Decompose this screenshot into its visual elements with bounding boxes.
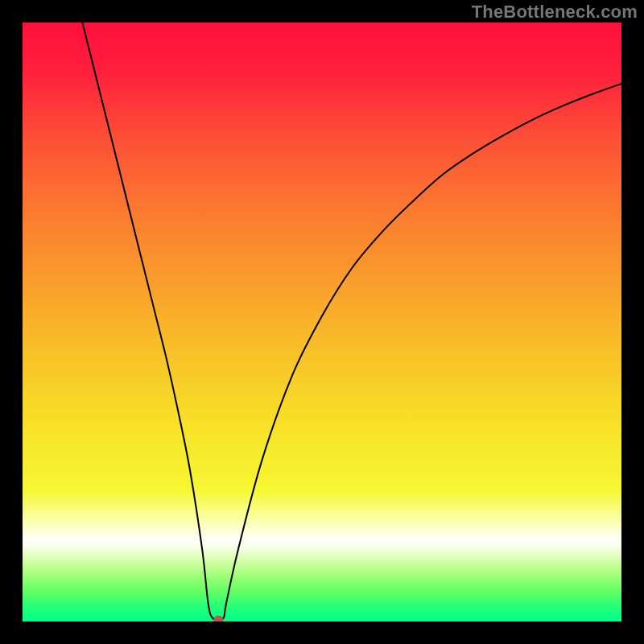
bottleneck-chart [23, 23, 621, 621]
attribution-text: TheBottleneck.com [472, 2, 638, 23]
chart-container: TheBottleneck.com [0, 0, 644, 644]
plot-background [23, 23, 621, 621]
